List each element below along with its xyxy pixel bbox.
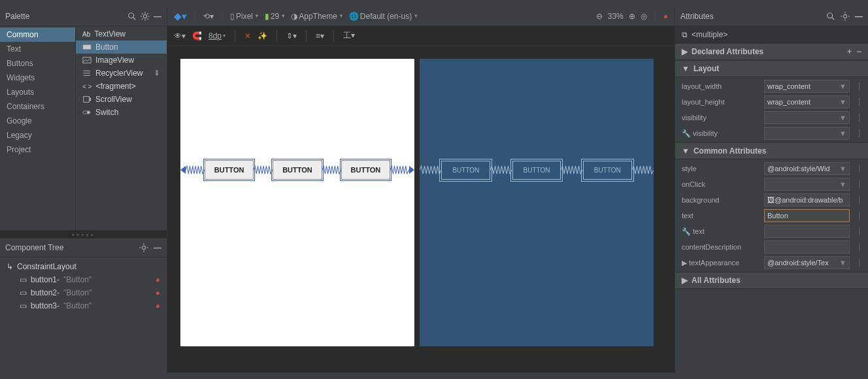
minimize-icon[interactable]: — (855, 12, 863, 21)
attr-field-layout-height[interactable]: wrap_content▼ (764, 95, 850, 108)
palette-item[interactable]: < ><fragment> (76, 80, 167, 93)
design-button[interactable]: BUTTON (341, 160, 391, 180)
attr-field-onclick[interactable]: ▼ (764, 178, 850, 191)
design-surface[interactable]: BUTTON BUTTON BUTTON (180, 59, 414, 346)
theme-dropdown[interactable]: ◑ AppTheme▼ (291, 12, 344, 21)
selection-icon: ⧉ (682, 30, 688, 39)
pick-resource-icon[interactable]: ⎮ (856, 114, 861, 122)
palette-category[interactable]: Common (0, 27, 75, 42)
gear-icon[interactable] (139, 243, 148, 252)
palette-category[interactable]: Text (0, 42, 75, 56)
palette-category[interactable]: Legacy (0, 128, 75, 142)
infer-constraints-icon[interactable]: ✨ (258, 31, 267, 41)
api-dropdown[interactable]: ▮ 29▼ (265, 12, 286, 21)
blueprint-surface[interactable]: BUTTON BUTTON BUTTON (420, 59, 654, 346)
minimize-icon[interactable]: — (154, 243, 161, 252)
device-dropdown[interactable]: ▯ Pixel▼ (230, 12, 259, 21)
zoom-out-icon[interactable]: ⊖ (596, 12, 603, 21)
palette-item[interactable]: Switch (76, 106, 167, 119)
svg-point-19 (87, 111, 90, 114)
declared-attributes-section[interactable]: ▶Declared Attributes +− (675, 43, 868, 60)
component-tree-header: Component Tree — (0, 238, 167, 257)
spring-icon (186, 165, 205, 174)
design-button[interactable]: BUTTON (273, 160, 322, 180)
spring-icon (420, 165, 441, 174)
surface-icon[interactable]: ◆▾ (174, 10, 187, 22)
all-attributes-section[interactable]: ▶All Attributes (675, 272, 868, 289)
palette-item[interactable]: AbTextView (76, 27, 167, 41)
palette-category[interactable]: Widgets (0, 71, 75, 85)
palette-items: AbTextView Button ImageView RecyclerView… (76, 26, 167, 230)
guidelines-icon[interactable]: 工▾ (343, 30, 355, 41)
download-icon[interactable]: ⬇ (154, 69, 160, 78)
attr-field-text[interactable]: Button (764, 209, 850, 222)
error-icon[interactable]: ● (156, 301, 160, 310)
tree-item[interactable]: ▭button1- "Button"● (0, 273, 167, 286)
search-icon[interactable] (127, 12, 137, 21)
pick-resource-icon[interactable]: ⎮ (856, 181, 861, 188)
pick-resource-icon[interactable]: ⎮ (856, 99, 861, 106)
attr-row-style: style @android:style/Wid▼ ⎮ (675, 161, 868, 176)
pack-icon[interactable]: ⇕▾ (286, 31, 297, 41)
design-button[interactable]: BUTTON (205, 160, 254, 180)
pick-resource-icon[interactable]: ⎮ (856, 197, 861, 204)
error-badge-icon[interactable]: ● (663, 12, 668, 21)
palette-item[interactable]: Button (76, 41, 167, 54)
tree-item[interactable]: ▭button2- "Button"● (0, 286, 167, 299)
minimize-icon[interactable]: — (154, 12, 161, 21)
palette-categories: Common Text Buttons Widgets Layouts Cont… (0, 26, 76, 230)
palette-category[interactable]: Layouts (0, 85, 75, 99)
clear-constraints-icon[interactable]: ✕ (244, 31, 251, 41)
pick-resource-icon[interactable]: ⎮ (856, 259, 861, 267)
pick-resource-icon[interactable]: ⎮ (856, 228, 861, 235)
palette-item[interactable]: RecyclerView⬇ (76, 67, 167, 80)
pick-resource-icon[interactable]: ⎮ (856, 130, 861, 137)
layout-section[interactable]: ▼Layout (675, 60, 868, 77)
attr-field-layout-width[interactable]: wrap_content▼ (764, 80, 850, 93)
pick-resource-icon[interactable]: ⎮ (856, 212, 861, 220)
search-icon[interactable] (826, 12, 835, 21)
resize-handle[interactable]: ●●●●● (0, 231, 167, 238)
palette-category[interactable]: Project (0, 142, 75, 157)
pick-resource-icon[interactable]: ⎮ (856, 165, 861, 173)
blueprint-button[interactable]: BUTTON (512, 161, 561, 180)
zoom-in-icon[interactable]: ⊕ (629, 12, 635, 21)
attr-field-textappearance[interactable]: @android:style/Tex▼ (764, 256, 850, 269)
pick-resource-icon[interactable]: ⎮ (856, 244, 861, 251)
tree-item[interactable]: ▭button3- "Button"● (0, 299, 167, 312)
palette-header: Palette — (0, 7, 167, 26)
attr-field-visibility[interactable]: ▼ (764, 111, 850, 124)
add-attribute-icon[interactable]: + (847, 47, 852, 56)
gear-icon[interactable] (841, 12, 850, 21)
tree-root[interactable]: ↳ConstraintLayout (0, 260, 167, 273)
attr-field-background[interactable]: 🖼 @android:drawable/b (764, 193, 850, 206)
constraint-handle-icon[interactable] (409, 166, 414, 174)
palette-item[interactable]: ScrollView (76, 93, 167, 106)
autoconnect-icon[interactable]: 🧲 (192, 31, 202, 41)
locale-dropdown[interactable]: 🌐 Default (en-us)▼ (349, 12, 418, 21)
zoom-fit-icon[interactable]: ◎ (641, 12, 647, 21)
attr-field-style[interactable]: @android:style/Wid▼ (764, 162, 850, 175)
pick-resource-icon[interactable]: ⎮ (856, 83, 861, 90)
blueprint-button[interactable]: BUTTON (441, 161, 490, 180)
view-options-icon[interactable]: 👁▾ (174, 31, 186, 41)
common-attributes-section[interactable]: ▼Common Attributes (675, 142, 868, 159)
attr-field-tools-visibility[interactable]: ▼ (764, 127, 850, 140)
attr-field-contentdescription[interactable] (764, 240, 850, 254)
attr-field-tools-text[interactable] (764, 225, 850, 238)
orientation-icon[interactable]: ⟲▾ (203, 12, 214, 21)
error-icon[interactable]: ● (156, 288, 160, 297)
canvas-area[interactable]: BUTTON BUTTON BUTTON BUTTON BUTTON BUTTO… (167, 46, 675, 372)
chevron-right-icon[interactable]: ▶ (682, 259, 687, 267)
gear-icon[interactable] (141, 12, 150, 21)
palette-item[interactable]: ImageView (76, 54, 167, 67)
constraint-handle-icon[interactable] (180, 166, 186, 174)
palette-category[interactable]: Containers (0, 99, 75, 114)
palette-category[interactable]: Buttons (0, 56, 75, 71)
default-margin-dropdown[interactable]: 8dp▾ (209, 31, 225, 41)
palette-category[interactable]: Google (0, 114, 75, 128)
blueprint-button[interactable]: BUTTON (583, 161, 632, 180)
remove-attribute-icon[interactable]: − (857, 47, 861, 56)
error-icon[interactable]: ● (156, 275, 160, 284)
align-icon[interactable]: ≡▾ (316, 31, 324, 41)
